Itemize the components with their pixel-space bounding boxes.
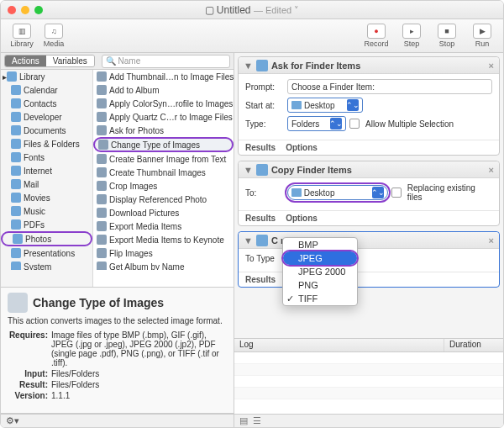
step-title: Copy Finder Items bbox=[271, 165, 352, 175]
library-item-movies[interactable]: Movies bbox=[1, 191, 92, 204]
action-item[interactable]: Change Type of Images bbox=[93, 137, 234, 152]
step-button[interactable]: ▸Step bbox=[396, 24, 428, 48]
close-icon[interactable]: × bbox=[489, 165, 494, 175]
library-list[interactable]: ▸ LibraryCalendarContactsDeveloperDocume… bbox=[1, 70, 92, 270]
library-item-contacts[interactable]: Contacts bbox=[1, 97, 92, 110]
log-column-header[interactable]: Log bbox=[234, 339, 444, 351]
action-item[interactable]: Add to Album bbox=[93, 83, 234, 97]
action-item[interactable]: Apply Quartz C…r to Image Files bbox=[93, 110, 234, 124]
action-item[interactable]: Get Album by Name bbox=[93, 260, 234, 270]
folder-icon bbox=[291, 101, 302, 109]
action-item[interactable]: Create Banner Image from Text bbox=[93, 152, 234, 166]
results-button[interactable]: Results bbox=[245, 214, 276, 223]
options-button[interactable]: Options bbox=[286, 143, 318, 152]
title-text: Untitled bbox=[217, 4, 251, 16]
library-item-pdfs[interactable]: PDFs bbox=[1, 218, 92, 231]
action-item[interactable]: Display Referenced Photo bbox=[93, 193, 234, 206]
action-item[interactable]: Flip Images bbox=[93, 246, 234, 260]
log-panel: Log Duration bbox=[234, 338, 503, 414]
action-item[interactable]: Add Thumbnail…n to Image Files bbox=[93, 70, 234, 83]
type-dropdown[interactable]: BMPJPEGJPEG 2000PNG✓TIFF bbox=[282, 237, 358, 306]
tab-variables[interactable]: Variables bbox=[46, 55, 94, 66]
edited-label: — Edited bbox=[254, 5, 291, 15]
library-icon: ▥ bbox=[13, 24, 31, 39]
close-icon[interactable]: × bbox=[489, 235, 494, 246]
close-icon[interactable]: × bbox=[489, 61, 494, 71]
library-item-files-folders[interactable]: Files & Folders bbox=[1, 137, 92, 151]
start-at-popup[interactable]: Desktop⌃⌄ bbox=[287, 98, 363, 113]
library-item-internet[interactable]: Internet bbox=[1, 164, 92, 177]
library-tabs: Actions Variables bbox=[4, 55, 95, 67]
action-item[interactable]: Create Thumbnail Images bbox=[93, 166, 234, 179]
window-title: ▢ Untitled — Edited ˅ bbox=[1, 4, 503, 16]
action-info-desc: This action converts images to the selec… bbox=[8, 316, 227, 325]
library-item-system[interactable]: System bbox=[1, 260, 92, 270]
type-popup[interactable]: Folders⌃⌄ bbox=[287, 116, 346, 131]
dropdown-item-jpeg[interactable]: JPEG bbox=[283, 251, 357, 265]
label-prompt: Prompt: bbox=[245, 82, 284, 92]
action-item[interactable]: Export Media Items bbox=[93, 219, 234, 233]
stop-icon: ■ bbox=[438, 24, 456, 39]
run-icon: ▶ bbox=[473, 24, 491, 39]
step-copy-finder-items[interactable]: ▼ Copy Finder Items × To: Desktop⌃⌄ Repl… bbox=[238, 161, 500, 226]
step-ask-for-finder-items[interactable]: ▼ Ask for Finder Items × Prompt: Choose … bbox=[238, 56, 500, 156]
action-info-title: Change Type of Images bbox=[33, 296, 164, 309]
to-popup[interactable]: Desktop⌃⌄ bbox=[287, 185, 388, 200]
gear-icon[interactable]: ⚙︎▾ bbox=[6, 415, 19, 426]
record-button[interactable]: ●Record bbox=[360, 24, 392, 48]
library-button[interactable]: ▥ Library bbox=[6, 24, 38, 48]
library-item-photos[interactable]: Photos bbox=[1, 231, 92, 246]
stop-button[interactable]: ■Stop bbox=[431, 24, 463, 48]
log-view-icon[interactable]: ▤ bbox=[239, 415, 248, 426]
library-item-presentations[interactable]: Presentations bbox=[1, 246, 92, 260]
dropdown-item-png[interactable]: PNG bbox=[283, 278, 357, 292]
duration-column-header[interactable]: Duration bbox=[444, 339, 503, 351]
media-button[interactable]: ♫ Media bbox=[38, 24, 70, 48]
finder-icon bbox=[256, 60, 268, 71]
replacing-checkbox[interactable] bbox=[391, 188, 402, 198]
results-button[interactable]: Results bbox=[245, 143, 276, 152]
action-item[interactable]: Download Pictures bbox=[93, 206, 234, 219]
titlebar: ▢ Untitled — Edited ˅ bbox=[1, 1, 503, 19]
title-chevron-icon[interactable]: ˅ bbox=[294, 5, 299, 15]
action-item[interactable]: Apply ColorSyn…rofile to Images bbox=[93, 97, 234, 110]
workflow-area[interactable]: ▼ Ask for Finder Items × Prompt: Choose … bbox=[234, 53, 503, 338]
disclosure-icon[interactable]: ▼ bbox=[244, 165, 253, 175]
step-change-type-of-images[interactable]: ▼ C nages × To Type BMPJPEGJPEG 2000PNG✓… bbox=[238, 231, 500, 288]
toolbar: ▥ Library ♫ Media ●Record ▸Step ■Stop ▶R… bbox=[1, 19, 503, 53]
dropdown-item-bmp[interactable]: BMP bbox=[283, 238, 357, 251]
allow-multiple-checkbox[interactable] bbox=[349, 119, 360, 129]
action-info-icon bbox=[8, 293, 28, 313]
popup-arrow-icon: ⌃⌄ bbox=[330, 118, 342, 129]
action-item[interactable]: Crop Images bbox=[93, 179, 234, 193]
search-input[interactable]: 🔍 Name bbox=[102, 55, 230, 68]
version-value: 1.1.1 bbox=[51, 391, 227, 400]
dropdown-item-jpeg-2000[interactable]: JPEG 2000 bbox=[283, 265, 357, 278]
right-footer: ▤ ☰ bbox=[234, 414, 503, 427]
label-to-type: To Type bbox=[245, 254, 284, 263]
results-button[interactable]: Results bbox=[245, 275, 276, 284]
library-item-calendar[interactable]: Calendar bbox=[1, 83, 92, 97]
label-to: To: bbox=[245, 188, 284, 198]
disclosure-icon[interactable]: ▼ bbox=[244, 235, 253, 246]
library-item-documents[interactable]: Documents bbox=[1, 124, 92, 137]
options-button[interactable]: Options bbox=[286, 214, 318, 223]
prompt-input[interactable]: Choose a Finder Item: bbox=[287, 79, 492, 94]
action-info-panel: Change Type of Images This action conver… bbox=[1, 288, 234, 414]
finder-icon bbox=[256, 164, 268, 176]
dropdown-item-tiff[interactable]: ✓TIFF bbox=[283, 292, 357, 305]
replacing-label: Replacing existing files bbox=[407, 183, 492, 202]
run-button[interactable]: ▶Run bbox=[466, 24, 498, 48]
doc-icon: ▢ bbox=[205, 4, 217, 16]
library-item-fonts[interactable]: Fonts bbox=[1, 151, 92, 164]
tab-actions[interactable]: Actions bbox=[5, 55, 46, 66]
library-item-music[interactable]: Music bbox=[1, 204, 92, 218]
library-item-developer[interactable]: Developer bbox=[1, 110, 92, 124]
disclosure-icon[interactable]: ▼ bbox=[244, 61, 253, 71]
actions-list[interactable]: Add Thumbnail…n to Image FilesAdd to Alb… bbox=[93, 70, 234, 270]
log-list-icon[interactable]: ☰ bbox=[253, 415, 261, 426]
library-item-mail[interactable]: Mail bbox=[1, 177, 92, 191]
action-item[interactable]: Ask for Photos bbox=[93, 124, 234, 137]
action-item[interactable]: Export Media Items to Keynote bbox=[93, 233, 234, 246]
left-footer: ⚙︎▾ bbox=[1, 414, 234, 427]
